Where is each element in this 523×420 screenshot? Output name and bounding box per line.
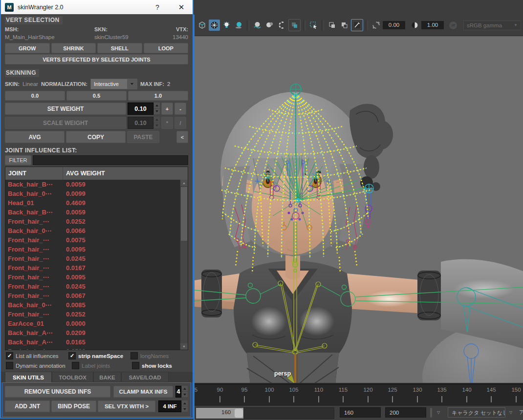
viewport-3d[interactable]: persp <box>195 36 523 384</box>
chevron-down-icon[interactable]: ▽ <box>509 410 512 415</box>
sel-vtx-with-button[interactable]: SEL VTX WITH > <box>98 400 155 412</box>
scale-weight-button[interactable]: SCALE WEIGHT <box>5 117 126 129</box>
smooth-shade-wireframe-icon[interactable] <box>209 20 220 31</box>
lighting-icon[interactable] <box>221 20 232 31</box>
isolate-select-icon[interactable] <box>308 20 319 31</box>
grease-pencil-icon[interactable] <box>351 19 363 31</box>
character-set-dropdown[interactable]: キャラクタ セットなし <box>448 407 505 418</box>
checkbox-icon[interactable] <box>131 352 138 359</box>
dynamic-annotation-checkbox[interactable]: Dynamic annotation <box>6 362 65 369</box>
joint-row[interactable]: Back_hair_0⋯0.0066 <box>5 226 180 235</box>
verts-effected-button[interactable]: VERTS EFFECTED BY SELECTED JOINTS <box>5 54 188 64</box>
joint-row[interactable]: Front_hair_⋯0.0075 <box>5 235 180 245</box>
scrollbar-thumb[interactable] <box>181 187 187 241</box>
view-transform-dropdown[interactable]: sRGB gamma ▼ <box>463 21 521 30</box>
loop-button[interactable]: LOOP <box>144 43 189 53</box>
joint-row[interactable]: Front_hair_⋯0.0095 <box>5 245 180 254</box>
clamp-max-infs-button[interactable]: CLAMP MAX INFS <box>113 386 173 398</box>
xray-icon[interactable] <box>288 19 301 31</box>
chevron-down-icon[interactable]: ▽ <box>437 410 440 415</box>
shrink-button[interactable]: SHRINK <box>51 43 96 53</box>
joint-row[interactable]: Front_hair_⋯0.0252 <box>5 310 180 319</box>
table-scrollbar[interactable]: ▲ ▼ <box>180 180 188 350</box>
display-layer-icon[interactable] <box>327 20 338 31</box>
joint-row[interactable]: Back_hair_B⋯0.0059 <box>5 180 180 189</box>
filter-input[interactable] <box>33 155 188 165</box>
use-default-material-icon[interactable] <box>264 20 275 31</box>
checkbox-icon[interactable] <box>6 362 13 369</box>
viewport-canvas[interactable] <box>195 36 523 384</box>
gamma-icon[interactable] <box>409 20 420 31</box>
paste-button[interactable]: PASTE <box>127 131 159 143</box>
help-button[interactable]: ? <box>153 2 162 12</box>
set-weight-button[interactable]: SET WEIGHT <box>5 103 126 115</box>
joint-row[interactable]: Back_hair_A⋯0.0165 <box>5 337 180 347</box>
checkbox-icon[interactable]: ✓ <box>68 352 76 359</box>
weight-div-button[interactable]: / <box>174 117 186 129</box>
bind-pose-button[interactable]: BIND POSE <box>51 400 96 412</box>
list-all-influences-checkbox[interactable]: ✓ List all influences <box>6 352 59 359</box>
scale-weight-value[interactable]: 0.10 <box>128 117 153 129</box>
weight-mult-button[interactable]: * <box>161 117 173 129</box>
range-slider-handle[interactable] <box>235 409 243 418</box>
checkbox-icon[interactable] <box>132 362 139 369</box>
spinner-arrows[interactable] <box>153 117 160 129</box>
col-avg-weight[interactable]: AVG WEIGHT <box>63 167 105 180</box>
shell-button[interactable]: SHELL <box>97 43 142 53</box>
range-end-field[interactable]: 200 <box>385 407 426 418</box>
joint-row[interactable]: Back_hair_0⋯0.0099 <box>5 189 180 198</box>
joint-row[interactable]: Front_hair_⋯0.0167 <box>5 263 180 273</box>
checkbox-icon[interactable] <box>72 362 79 369</box>
gamma-field[interactable]: 1.00 <box>421 21 444 29</box>
joint-row[interactable]: Back_hair_A⋯0.0522 <box>5 347 180 350</box>
joint-row[interactable]: Front_hair_⋯0.0252 <box>5 217 180 226</box>
joint-row[interactable]: Head_010.4609 <box>5 198 180 208</box>
playback-range-slider[interactable]: 160 <box>196 407 334 419</box>
checkbox-icon[interactable]: ✓ <box>6 352 13 359</box>
weight-05-button[interactable]: 0.5 <box>66 91 127 101</box>
scroll-down-icon[interactable]: ▼ <box>180 343 188 350</box>
color-management-toggle-icon[interactable]: off <box>449 21 458 30</box>
label-joints-checkbox[interactable]: Label joints <box>72 362 110 369</box>
scale-weight-spinner[interactable]: 0.10 <box>128 117 160 129</box>
remove-unused-infs-button[interactable]: REMOVE UNUSED INFS <box>5 386 110 398</box>
sel-vtx-inf-spinner[interactable]: 4 INF <box>158 400 188 412</box>
avg-button[interactable]: AVG <box>5 131 65 143</box>
filter-button[interactable]: FILTER <box>5 155 31 165</box>
spinner-arrows[interactable] <box>181 386 188 398</box>
anim-layer-icon[interactable] <box>339 20 350 31</box>
tab-skin-utils[interactable]: SKIN UTILS <box>5 372 52 382</box>
add-jnt-button[interactable]: ADD JNT <box>5 400 50 412</box>
spinner-arrows[interactable] <box>181 400 188 412</box>
clamp-max-spinner[interactable]: 4 <box>175 386 188 398</box>
col-joint[interactable]: JOINT <box>5 167 63 180</box>
tab-save-load[interactable]: SAVE/LOAD <box>121 372 169 382</box>
joint-row[interactable]: Back_hair_0⋯0.0085 <box>5 300 180 310</box>
joint-row[interactable]: Front_hair_⋯0.0245 <box>5 282 180 291</box>
wireframe-shading-icon[interactable] <box>196 20 208 31</box>
set-weight-value[interactable]: 0.10 <box>128 103 153 115</box>
textured-shading-icon[interactable] <box>252 20 263 31</box>
joint-row[interactable]: Front_hair_⋯0.0245 <box>5 254 180 263</box>
weight-plus-button[interactable]: + <box>161 103 173 115</box>
grow-button[interactable]: GROW <box>5 43 50 53</box>
shrink-panel-button[interactable]: < <box>176 131 188 143</box>
longnames-checkbox[interactable]: longNames <box>131 352 169 359</box>
shadows-icon[interactable] <box>233 20 244 31</box>
spinner-arrows[interactable] <box>153 103 160 115</box>
tab-toolbox[interactable]: TOOLBOX <box>52 372 93 382</box>
normalization-dropdown[interactable]: Interactive <box>90 79 137 89</box>
joint-row[interactable]: Back_hair_A⋯0.0209 <box>5 328 180 337</box>
tab-bake[interactable]: BAKE <box>93 372 121 382</box>
joint-row[interactable]: Front_hair_⋯0.0095 <box>5 273 180 282</box>
strip-namespace-checkbox[interactable]: ✓ strip nameSpace <box>68 352 123 359</box>
bar-splitter[interactable] <box>430 408 432 418</box>
close-button[interactable]: ✕ <box>176 2 187 13</box>
joint-row[interactable]: Back_hair_B⋯0.0059 <box>5 208 180 217</box>
set-weight-spinner[interactable]: 0.10 <box>128 103 160 115</box>
joint-row[interactable]: Front_hair_⋯0.0067 <box>5 291 180 300</box>
weight-0-button[interactable]: 0.0 <box>5 91 65 101</box>
time-slider[interactable]: 5 90 95 100 105 110 115 120 125 130 135 … <box>195 384 523 406</box>
weight-1-button[interactable]: 1.0 <box>128 91 188 101</box>
weight-minus-button[interactable]: - <box>174 103 186 115</box>
